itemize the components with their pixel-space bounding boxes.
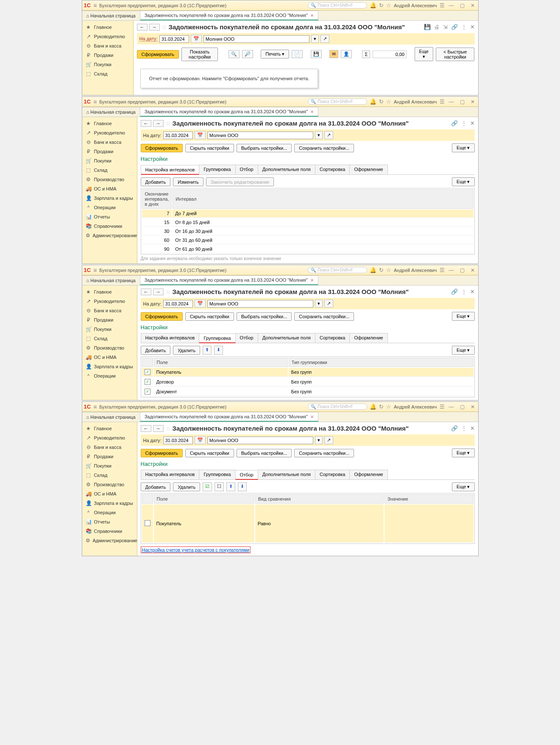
form-button[interactable]: Сформировать — [141, 449, 183, 457]
move-up-icon[interactable]: ⬆ — [203, 346, 212, 355]
table-row[interactable]: ПокупательРавно — [142, 504, 474, 543]
nav-fwd-button[interactable]: → — [149, 24, 160, 31]
org-dropdown-icon[interactable]: ▾ — [315, 131, 323, 139]
sidebar-item[interactable]: 🚚ОС и НМА — [82, 184, 137, 193]
hide bmi-settings-button[interactable]: Скрыть настройки — [185, 144, 234, 152]
date-input[interactable] — [163, 132, 193, 139]
org-open-icon[interactable]: ↗ — [324, 300, 333, 308]
favorite-icon[interactable]: ☆ — [165, 120, 171, 127]
bell-icon[interactable]: 🔔 — [370, 98, 376, 105]
delete-button[interactable]: Удалить — [173, 482, 200, 491]
history-icon[interactable]: ↻ — [379, 2, 384, 8]
close-page-icon[interactable]: ✕ — [470, 288, 475, 295]
save-settings-button[interactable]: Сохранить настройки... — [294, 312, 354, 321]
form-button[interactable]: Сформировать — [141, 312, 183, 321]
menu-icon[interactable]: ≡ — [93, 2, 97, 9]
tab-home[interactable]: ⌂ Начальная страница — [82, 412, 140, 422]
sidebar-item[interactable]: ★Главное — [82, 22, 133, 32]
sidebar-item[interactable]: ⊖Банк и касса — [82, 137, 137, 147]
sidebar-item[interactable]: ↗Руководителю — [82, 128, 137, 137]
bell-icon[interactable]: 🔔 — [370, 2, 376, 8]
close-page-icon[interactable]: ✕ — [470, 425, 475, 431]
uncheck-all-icon[interactable]: ☐ — [215, 482, 224, 491]
org-open-icon[interactable]: ↗ — [320, 35, 329, 43]
more-button[interactable]: Еще ▾ — [452, 448, 474, 457]
subtab[interactable]: Группировка — [199, 333, 235, 343]
tab-report[interactable]: Задолженность покупателей по срокам долг… — [140, 11, 318, 20]
org-input[interactable] — [207, 300, 313, 308]
sidebar-item[interactable]: 📊Отчеты — [82, 212, 137, 221]
form-button[interactable]: Сформировать — [137, 50, 179, 59]
hide-settings-button[interactable]: Скрыть настройки — [185, 449, 234, 457]
bell-icon[interactable]: 🔔 — [370, 403, 376, 410]
minimize-button[interactable]: — — [447, 99, 456, 105]
history-icon[interactable]: ↻ — [379, 98, 384, 105]
checkbox[interactable]: ✓ — [145, 379, 150, 385]
sidebar-item[interactable]: ↗Руководителю — [82, 297, 137, 306]
add-button[interactable]: Добавить — [141, 482, 171, 491]
favorite-icon[interactable]: ☆ — [162, 24, 167, 31]
nav-back-button[interactable]: ← — [141, 120, 151, 127]
save-settings-button[interactable]: Сохранить настройки... — [294, 449, 354, 457]
sidebar-item[interactable]: ⬚Склад — [82, 471, 137, 480]
table-row[interactable]: ✓ДокументБез групп — [142, 387, 474, 396]
close-button[interactable]: ✕ — [469, 267, 476, 273]
tab-home[interactable]: ⌂ Начальная страница — [82, 275, 140, 285]
sidebar-item[interactable]: ⚙Администрирование — [82, 231, 137, 240]
print-icon[interactable]: 🖨 — [434, 24, 440, 30]
move-down-icon[interactable]: ⬇ — [214, 346, 223, 355]
link-icon[interactable]: 🔗 — [451, 425, 458, 431]
recipients-icon[interactable]: 👤 — [341, 50, 352, 58]
save-settings-button[interactable]: Сохранить настройки... — [294, 144, 354, 152]
export-icon[interactable]: ⇲ — [443, 24, 448, 30]
table-row[interactable]: 15От 8 до 15 дней — [142, 218, 474, 227]
tab-close-icon[interactable]: ✕ — [310, 13, 314, 18]
sidebar-item[interactable]: ⚙Производство — [82, 480, 137, 489]
print-button[interactable]: Печать ▾ — [261, 50, 289, 59]
org-input[interactable] — [203, 35, 309, 43]
sidebar-item[interactable]: 👤Зарплата и кадры — [82, 362, 137, 371]
close-button[interactable]: ✕ — [469, 99, 476, 105]
panels-icon[interactable]: ☰ — [440, 267, 445, 273]
calendar-icon[interactable]: 📅 — [195, 300, 206, 308]
sidebar-item[interactable]: 🚚ОС и НМА — [82, 489, 137, 499]
sidebar-item[interactable]: 🚚ОС и НМА — [82, 353, 137, 362]
move-down-icon[interactable]: ⬇ — [238, 482, 247, 491]
sidebar-item[interactable]: ★Главное — [82, 424, 137, 433]
sidebar-item[interactable]: ⬚Склад — [82, 69, 133, 78]
sidebar-item[interactable]: ⚙Производство — [82, 175, 137, 184]
form-button[interactable]: Сформировать — [141, 144, 183, 152]
calendar-icon[interactable]: 📅 — [195, 436, 206, 444]
tab-report[interactable]: Задолженность покупателей по срокам долг… — [140, 412, 318, 422]
date-label[interactable]: На дату: — [139, 36, 158, 42]
sidebar-item[interactable]: 🛒Покупки — [82, 325, 137, 334]
sidebar-item[interactable]: ᴬОперации — [82, 371, 137, 381]
choose-settings-button[interactable]: Выбрать настройки... — [237, 312, 292, 321]
nav-fwd-button[interactable]: → — [153, 288, 164, 295]
subtab[interactable]: Отбор — [235, 470, 258, 480]
more-button[interactable]: Еще ▾ — [415, 47, 433, 61]
star-icon[interactable]: ☆ — [386, 98, 391, 105]
minimize-button[interactable]: — — [447, 3, 456, 8]
maximize-button[interactable]: ▢ — [458, 404, 466, 410]
subtab[interactable]: Дополнительные поля — [258, 165, 315, 174]
sidebar-item[interactable]: ⚙Производство — [82, 343, 137, 353]
subtab[interactable]: Дополнительные поля — [258, 470, 315, 479]
sidebar-item[interactable]: ₽Продажи — [82, 50, 133, 60]
org-input[interactable] — [207, 437, 313, 444]
close-page-icon[interactable]: ✕ — [470, 120, 475, 126]
subtab[interactable]: Оформление — [349, 470, 387, 479]
subtab[interactable]: Группировка — [199, 470, 235, 479]
menu-icon[interactable]: ≡ — [93, 98, 97, 105]
date-input[interactable] — [163, 437, 193, 444]
history-icon[interactable]: ↻ — [379, 267, 384, 273]
history-icon[interactable]: ↻ — [379, 403, 384, 410]
sidebar-item[interactable]: ⬚Склад — [82, 165, 137, 175]
more-button[interactable]: Еще ▾ — [452, 346, 474, 355]
check-all-icon[interactable]: ☑ — [203, 482, 212, 491]
subtab[interactable]: Группировка — [199, 165, 235, 174]
sidebar-item[interactable]: ⊖Банк и касса — [82, 306, 137, 315]
sidebar-item[interactable]: ↗Руководителю — [82, 433, 137, 443]
choose-settings-button[interactable]: Выбрать настройки... — [237, 449, 292, 457]
sidebar-item[interactable]: ⊖Банк и касса — [82, 41, 133, 50]
